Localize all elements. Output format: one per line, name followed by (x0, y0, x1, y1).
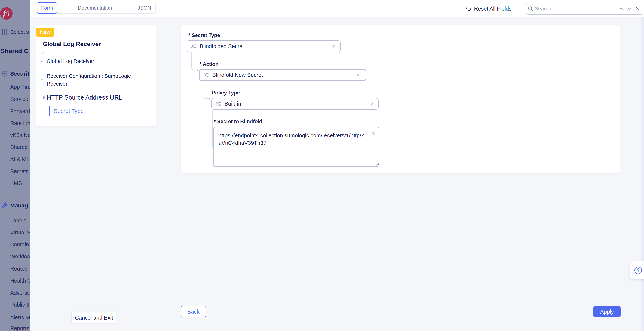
search-prev-icon[interactable] (617, 6, 626, 11)
search-box (526, 3, 644, 15)
search-divider (615, 6, 615, 12)
sidebar-item-secrets[interactable]: Secrets (10, 168, 28, 175)
wizard-step-global-log-receiver[interactable]: Global Log Receiver (46, 58, 94, 65)
reset-all-fields-label: Reset All Fields (474, 6, 512, 12)
chevron-down-icon (368, 101, 374, 107)
sidebar-item-kms[interactable]: KMS (10, 180, 22, 187)
tree-dot (41, 78, 43, 80)
reset-all-fields-button[interactable]: Reset All Fields (465, 4, 512, 14)
wizard-active-section-secret-type[interactable]: Secret Type (54, 107, 84, 115)
action-value: Blindfold New Secret (212, 72, 356, 78)
wizard-divider (36, 52, 156, 52)
sidebar-section-label: Securit (10, 70, 29, 77)
help-button[interactable]: ? (630, 262, 644, 279)
sidebar-item-alerts[interactable]: Alerts M (10, 314, 30, 321)
secret-to-blindfold-label: * Secret to Blindfold (214, 118, 262, 125)
reset-icon (465, 6, 472, 12)
secret-to-blindfold-textarea[interactable]: https://endpoint4.collection.sumologic.c… (214, 127, 379, 166)
new-badge: New (36, 28, 54, 37)
back-button[interactable]: Back (181, 306, 206, 318)
tab-json[interactable]: JSON (133, 2, 156, 14)
sidebar-item-health[interactable]: Health C (10, 277, 30, 284)
sidebar-item-labels[interactable]: Labels (10, 217, 26, 224)
sidebar-item-app-firewall[interactable]: App Fire (10, 83, 30, 91)
chevron-down-icon (356, 72, 362, 78)
action-select[interactable]: Blindfold New Secret (199, 69, 366, 81)
search-next-icon[interactable] (626, 6, 634, 11)
connector-line (192, 52, 197, 70)
sidebar-section-manage[interactable]: Manag (1, 202, 28, 210)
sidebar-item-reports[interactable]: Reports (10, 324, 29, 331)
sidebar-item-service[interactable]: Service (10, 95, 28, 103)
tab-form[interactable]: Form (37, 2, 57, 14)
wizard-step-receiver-configuration[interactable]: Receiver Configuration : SumoLogic Recei… (46, 72, 144, 88)
connector-line (204, 81, 209, 99)
sidebar-item-public-ip[interactable]: Public IP (10, 301, 30, 308)
chevron-down-icon (330, 44, 336, 49)
policy-type-select[interactable]: Built-in (211, 98, 378, 110)
search-icon (526, 6, 535, 12)
sidebar-item-virtual[interactable]: Virtual S (10, 229, 30, 236)
shuffle-icon (203, 72, 210, 78)
secret-type-value: Blindfolded Secret (200, 43, 330, 50)
secret-to-blindfold-field: https://endpoint4.collection.sumologic.c… (213, 127, 380, 167)
sidebar-item-ai-ml[interactable]: AI & ML (10, 156, 30, 163)
search-input[interactable] (535, 6, 613, 12)
sidebar-divider (0, 62, 30, 62)
page-scrollbar[interactable] (641, 18, 644, 331)
search-close-icon[interactable] (634, 6, 642, 11)
sidebar-item-advertise[interactable]: Advertis (10, 289, 30, 296)
select-service-label: Select s (10, 29, 29, 35)
policy-type-label: Policy Type (212, 90, 240, 96)
shuffle-icon (215, 100, 222, 107)
sidebar-item-rate-limit[interactable]: Rate Lin (10, 120, 30, 127)
current-step-arrow-icon (43, 96, 45, 99)
sidebar-item-workloads[interactable]: Workloa (10, 253, 30, 260)
action-label: * Action (200, 61, 218, 68)
sidebar-item-vk8s[interactable]: vK8s Ne (10, 131, 30, 139)
sidebar-section-security[interactable]: Securit (1, 70, 29, 78)
clear-field-icon[interactable] (370, 130, 376, 138)
shield-icon (1, 70, 8, 77)
sidebar-section-label: Manag (10, 202, 28, 209)
sidebar-item-forward[interactable]: Forward (10, 108, 30, 115)
wrench-icon (1, 202, 8, 209)
connector-dot (197, 69, 198, 71)
modal-top-bar: Form Documentation JSON Reset All Fields (30, 0, 644, 18)
active-section-bar (49, 106, 50, 116)
wizard-tree-line (42, 57, 42, 98)
tab-documentation[interactable]: Documentation (56, 2, 134, 14)
sidebar-divider (0, 194, 30, 194)
help-question-icon: ? (634, 266, 642, 274)
wizard-title: Global Log Receiver (43, 40, 101, 48)
secret-type-label: * Secret Type (188, 32, 220, 39)
f5-logo[interactable]: f5 (0, 7, 12, 20)
connector-dot (209, 98, 210, 100)
resize-handle-icon[interactable] (376, 162, 379, 166)
sidebar-item-shared[interactable]: Shared (10, 143, 28, 151)
view-tabs: Form Documentation JSON (37, 2, 156, 14)
app-grid-icon (2, 29, 8, 35)
apply-button[interactable]: Apply (594, 306, 620, 318)
cancel-and-exit-button[interactable]: Cancel and Exit (72, 312, 116, 324)
sidebar-item-routes[interactable]: Routes (10, 265, 28, 272)
sidebar-item-containers[interactable]: Contain (10, 241, 29, 248)
shuffle-icon (190, 43, 197, 50)
workspace-title: Shared C (0, 47, 28, 55)
tree-dot (41, 60, 43, 62)
wizard-step-http-source-address-url[interactable]: HTTP Source Address URL (46, 94, 122, 102)
sidebar: f5 Select s Shared C Securit App Fire Se… (0, 0, 30, 331)
select-service-row[interactable]: Select s (0, 26, 30, 38)
secret-type-select[interactable]: Blindfolded Secret (186, 40, 340, 52)
policy-type-value: Built-in (224, 101, 368, 107)
